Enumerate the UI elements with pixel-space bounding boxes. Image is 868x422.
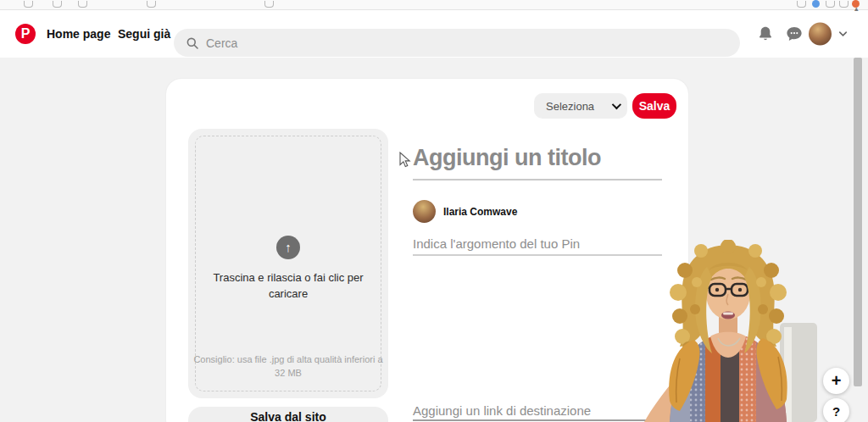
save-pin-button[interactable]: Salva [632, 93, 676, 119]
person-face [706, 269, 750, 319]
dropzone-instruction: Trascina e rilascia o fai clic per caric… [212, 269, 364, 302]
toolbar-icon-fragment [24, 1, 33, 8]
chat-icon [785, 25, 804, 43]
create-pin-fab[interactable]: + [823, 368, 849, 394]
chevron-down-icon [612, 100, 621, 109]
bell-icon [756, 25, 775, 43]
chevron-down-icon [837, 28, 849, 41]
top-nav: P Home page Segui già [0, 10, 868, 58]
dropzone-tip: Consiglio: usa file .jpg di alta qualità… [193, 353, 383, 380]
plus-icon: + [832, 371, 842, 390]
messages-button[interactable] [785, 25, 804, 43]
scrollbar-thumb[interactable] [854, 58, 862, 386]
profile-avatar[interactable] [809, 23, 832, 46]
toolbar-icon-fragment [147, 1, 156, 8]
pin-description-input[interactable]: Indica l'argomento del tuo Pin [413, 236, 580, 251]
webcam-overlay-person [637, 240, 820, 422]
nav-home-link[interactable]: Home page [47, 27, 110, 41]
scrollbar-up-icon[interactable]: ▴ [854, 4, 859, 13]
upload-arrow-icon: ↑ [276, 236, 300, 259]
author-row: Ilaria Comwave [413, 200, 517, 223]
person-eye [715, 288, 719, 292]
pin-link-input[interactable]: Aggiungi un link di destinazione [413, 403, 591, 418]
image-upload-dropzone[interactable]: ↑ Trascina e rilascia o fai clic per car… [188, 129, 388, 398]
toolbar-icon-fragment [839, 1, 849, 8]
question-icon: ? [832, 404, 840, 419]
toolbar-icon-fragment [826, 1, 835, 8]
author-name: Ilaria Comwave [443, 206, 517, 218]
author-avatar [413, 200, 436, 223]
save-from-site-button[interactable]: Salva dal sito [188, 407, 388, 422]
link-underline [413, 419, 662, 421]
save-from-site-label: Salva dal sito [250, 410, 326, 422]
search-input[interactable] [206, 36, 681, 50]
title-underline [413, 179, 662, 180]
toolbar-icon-fragment [78, 1, 87, 8]
search-bar[interactable] [174, 29, 740, 57]
toolbar-icon-fragment [264, 1, 274, 8]
pin-title-input[interactable]: Aggiungi un titolo [413, 145, 601, 171]
pinterest-logo[interactable]: P [15, 24, 36, 44]
board-selector-label: Seleziona [546, 100, 612, 113]
notifications-button[interactable] [756, 25, 775, 43]
nav-following-link[interactable]: Segui già [118, 27, 170, 41]
toolbar-icon-fragment [797, 1, 806, 8]
search-icon [186, 36, 199, 50]
help-fab[interactable]: ? [823, 398, 849, 422]
pin-builder-card: Seleziona Salva ↑ Trascina e rilascia o … [166, 79, 688, 422]
toolbar-icon-fragment [53, 1, 62, 8]
description-underline [413, 254, 662, 256]
browser-toolbar-edge [0, 0, 868, 10]
person-eye [738, 288, 742, 292]
account-menu-button[interactable] [837, 28, 849, 41]
extension-icon-fragment [812, 0, 820, 8]
board-selector-dropdown[interactable]: Seleziona [534, 93, 627, 119]
